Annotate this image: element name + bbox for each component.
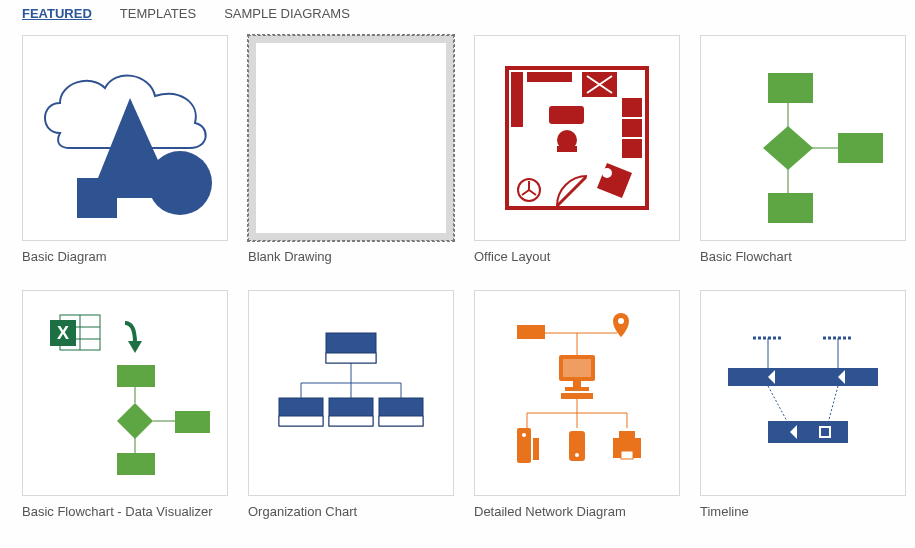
template-thumbnail xyxy=(248,290,454,496)
network-diagram-icon xyxy=(487,303,667,483)
svg-point-60 xyxy=(618,318,624,324)
svg-rect-78 xyxy=(728,368,878,386)
svg-rect-73 xyxy=(621,451,633,459)
svg-rect-86 xyxy=(821,428,829,436)
template-label: Organization Chart xyxy=(248,504,454,519)
svg-rect-45 xyxy=(326,353,376,363)
svg-point-70 xyxy=(575,453,579,457)
template-label: Timeline xyxy=(700,504,906,519)
template-label: Blank Drawing xyxy=(248,249,454,264)
svg-rect-65 xyxy=(561,393,593,399)
template-grid: Basic Diagram Blank Drawing xyxy=(0,31,915,523)
template-thumbnail: X xyxy=(22,290,228,496)
template-basic-flowchart[interactable]: Basic Flowchart xyxy=(700,35,906,264)
svg-line-82 xyxy=(828,386,838,423)
org-chart-icon xyxy=(261,303,441,483)
basic-flowchart-icon xyxy=(713,48,893,228)
svg-rect-2 xyxy=(77,178,117,218)
svg-rect-38 xyxy=(117,453,155,475)
template-thumbnail xyxy=(22,35,228,241)
tab-templates[interactable]: TEMPLATES xyxy=(120,6,196,23)
svg-rect-51 xyxy=(379,416,423,426)
svg-rect-37 xyxy=(175,411,210,433)
timeline-icon xyxy=(713,303,893,483)
svg-rect-72 xyxy=(619,431,635,439)
template-thumbnail xyxy=(474,35,680,241)
tab-featured[interactable]: FEATURED xyxy=(22,6,92,23)
template-flowchart-data-visualizer[interactable]: X Basic Flowchart - Data Visualizer xyxy=(22,290,228,519)
svg-marker-22 xyxy=(763,126,813,170)
svg-rect-9 xyxy=(622,98,642,158)
template-label: Detailed Network Diagram xyxy=(474,504,680,519)
svg-marker-31 xyxy=(128,341,142,353)
template-timeline[interactable]: Timeline xyxy=(700,290,906,519)
svg-rect-62 xyxy=(563,359,591,377)
svg-rect-68 xyxy=(533,438,539,460)
template-office-layout[interactable]: Office Layout xyxy=(474,35,680,264)
tab-bar: FEATURED TEMPLATES SAMPLE DIAGRAMS xyxy=(0,0,915,31)
svg-rect-23 xyxy=(838,133,883,163)
svg-rect-35 xyxy=(117,365,155,387)
template-label: Basic Diagram xyxy=(22,249,228,264)
svg-rect-24 xyxy=(768,193,813,223)
svg-marker-36 xyxy=(117,403,153,439)
data-visualizer-icon: X xyxy=(35,303,215,483)
svg-text:X: X xyxy=(57,323,69,343)
basic-diagram-icon xyxy=(35,48,215,228)
svg-rect-63 xyxy=(573,381,581,387)
svg-rect-47 xyxy=(279,416,323,426)
svg-rect-83 xyxy=(768,421,848,443)
template-label: Basic Flowchart - Data Visualizer xyxy=(22,504,228,519)
svg-point-67 xyxy=(522,433,526,437)
template-thumbnail xyxy=(700,35,906,241)
svg-rect-21 xyxy=(768,73,813,103)
template-basic-diagram[interactable]: Basic Diagram xyxy=(22,35,228,264)
svg-rect-64 xyxy=(565,387,589,391)
svg-rect-59 xyxy=(517,325,545,339)
tab-sample-diagrams[interactable]: SAMPLE DIAGRAMS xyxy=(224,6,350,23)
template-thumbnail xyxy=(248,35,454,241)
template-label: Basic Flowchart xyxy=(700,249,906,264)
svg-point-1 xyxy=(148,151,212,215)
template-detailed-network-diagram[interactable]: Detailed Network Diagram xyxy=(474,290,680,519)
svg-line-81 xyxy=(768,386,788,423)
template-organization-chart[interactable]: Organization Chart xyxy=(248,290,454,519)
template-blank-drawing[interactable]: Blank Drawing xyxy=(248,35,454,264)
svg-rect-14 xyxy=(557,146,577,152)
svg-rect-4 xyxy=(511,72,523,127)
svg-point-15 xyxy=(602,168,612,178)
svg-rect-12 xyxy=(549,106,584,124)
office-layout-icon xyxy=(487,48,667,228)
template-thumbnail xyxy=(700,290,906,496)
svg-rect-5 xyxy=(527,72,572,82)
template-thumbnail xyxy=(474,290,680,496)
template-label: Office Layout xyxy=(474,249,680,264)
svg-rect-49 xyxy=(329,416,373,426)
